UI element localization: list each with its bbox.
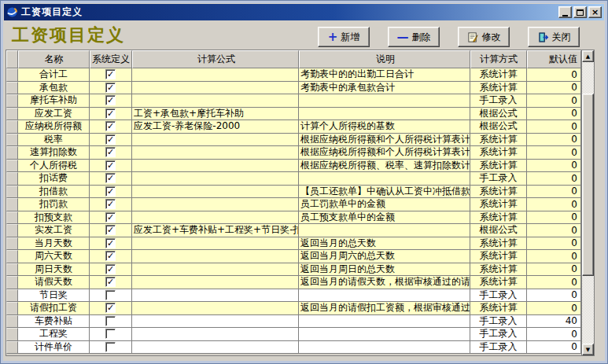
row-selector[interactable]	[6, 186, 18, 199]
table-row[interactable]: 扣借款✓【员工还款单】中确认从工资中冲抵借款系统计算0	[6, 186, 581, 199]
row-selector[interactable]	[6, 315, 18, 329]
checkbox-unchecked-icon[interactable]	[105, 316, 116, 326]
row-selector[interactable]	[6, 134, 18, 147]
table-row[interactable]: 工程奖手工录入0	[6, 328, 581, 341]
row-selector[interactable]	[6, 250, 18, 263]
table-row[interactable]: 扣罚款✓员工罚款单中的金额系统计算0	[6, 198, 581, 211]
row-selector[interactable]	[6, 108, 18, 121]
row-selector[interactable]	[6, 263, 18, 277]
minimize-button[interactable]	[558, 6, 572, 18]
description-cell: 员工罚款单中的金额	[299, 198, 470, 211]
row-selector[interactable]	[6, 211, 18, 225]
name-cell: 合计工	[18, 68, 90, 82]
row-selector[interactable]	[6, 237, 18, 251]
row-selector[interactable]	[6, 120, 18, 134]
formula-cell	[132, 276, 299, 289]
row-selector[interactable]	[6, 146, 18, 160]
method-cell: 根据公式	[470, 120, 527, 134]
modify-button[interactable]: 修改	[458, 27, 510, 47]
close-button[interactable]: ×	[588, 6, 602, 18]
checkbox-checked-icon[interactable]: ✓	[105, 303, 116, 313]
table-row[interactable]: 当月天数✓返回当月的总天数系统计算0	[6, 237, 581, 251]
checkbox-checked-icon[interactable]: ✓	[105, 69, 116, 79]
checkbox-unchecked-icon[interactable]	[105, 290, 116, 300]
table-row[interactable]: 实发工资✓应发工资+车费补贴+工程奖+节日奖-扣根据公式0	[6, 224, 581, 237]
system-defined-cell: ✓	[90, 134, 132, 147]
row-selector[interactable]	[6, 224, 18, 237]
row-selector[interactable]	[6, 82, 18, 95]
checkbox-checked-icon[interactable]: ✓	[105, 186, 116, 197]
checkbox-checked-icon[interactable]: ✓	[105, 95, 116, 105]
row-selector[interactable]	[6, 68, 18, 82]
column-header-formula[interactable]: 计算公式	[132, 50, 299, 68]
vertical-scrollbar[interactable]: ▲ ▼	[581, 50, 594, 355]
delete-button[interactable]: — 删除	[388, 27, 440, 47]
table-row[interactable]: 请假天数✓返回当月的请假天数，根据审核通过的请系统计算0	[6, 276, 581, 289]
table-row[interactable]: 周日天数✓返回当月周日的总天数系统计算0	[6, 263, 581, 277]
close-window-button[interactable]: 关闭	[528, 27, 580, 47]
default-value-cell: 0	[527, 172, 581, 186]
table-row[interactable]: 合计工✓考勤表中的的出勤工日合计系统计算0	[6, 68, 581, 82]
row-selector[interactable]	[6, 160, 18, 173]
checkbox-checked-icon[interactable]: ✓	[105, 83, 116, 93]
checkbox-checked-icon[interactable]: ✓	[105, 264, 116, 274]
default-value-cell: 0	[527, 250, 581, 263]
title-bar[interactable]: 工资项目定义 ×	[4, 4, 604, 20]
column-header-description[interactable]: 说明	[299, 50, 470, 68]
table-row[interactable]: 节日奖手工录入0	[6, 289, 581, 303]
table-row[interactable]: 车费补贴手工录入40	[6, 315, 581, 329]
checkbox-checked-icon[interactable]: ✓	[105, 277, 116, 287]
table-row[interactable]: 税率✓根据应纳税所得额和个人所得税计算表计系统计算0	[6, 134, 581, 147]
checkbox-unchecked-icon[interactable]	[105, 329, 116, 339]
name-cell: 扣预支款	[18, 211, 90, 225]
add-button[interactable]: + 新增	[318, 27, 370, 47]
column-header-default[interactable]: 默认值	[527, 50, 581, 68]
description-cell: 根据应纳税所得额、税率、速算扣除数计	[299, 160, 470, 173]
row-selector[interactable]	[6, 289, 18, 303]
maximize-button[interactable]	[573, 6, 587, 18]
row-selector[interactable]	[6, 198, 18, 211]
formula-cell	[132, 146, 299, 160]
table-row[interactable]: 扣预支款✓员工预支款单中的金额系统计算0	[6, 211, 581, 225]
method-cell: 系统计算	[470, 186, 527, 199]
table-row[interactable]: 个人所得税✓根据应纳税所得额、税率、速算扣除数计系统计算0	[6, 160, 581, 173]
description-cell	[299, 341, 470, 355]
row-selector[interactable]	[6, 341, 18, 355]
checkbox-checked-icon[interactable]: ✓	[105, 238, 116, 248]
column-header-method[interactable]: 计算方式	[470, 50, 527, 68]
table-row[interactable]: 周六天数✓返回当月周六的总天数系统计算0	[6, 250, 581, 263]
salary-items-table: 名称 系统定义 计算公式 说明 计算方式 默认值 合计工✓考勤表中的的出勤工日合…	[6, 50, 595, 356]
checkbox-unchecked-icon[interactable]	[105, 342, 116, 352]
checkbox-checked-icon[interactable]: ✓	[105, 212, 116, 222]
row-selector[interactable]	[6, 276, 18, 289]
checkbox-checked-icon[interactable]: ✓	[105, 251, 116, 261]
column-header-system-defined[interactable]: 系统定义	[90, 50, 132, 68]
checkbox-checked-icon[interactable]: ✓	[105, 134, 116, 145]
checkbox-checked-icon[interactable]: ✓	[105, 121, 116, 131]
table-row[interactable]: 扣话费✓手工录入0	[6, 172, 581, 186]
method-cell: 手工录入	[470, 315, 527, 329]
checkbox-checked-icon[interactable]: ✓	[105, 160, 116, 171]
row-selector[interactable]	[6, 328, 18, 341]
table-row[interactable]: 应纳税所得额✓应发工资-养老保险-2000计算个人所得税的基数根据公式0	[6, 120, 581, 134]
row-selector[interactable]	[6, 172, 18, 186]
table-row[interactable]: 速算扣除数✓根据应纳税所得额和个人所得税计算表计系统计算0	[6, 146, 581, 160]
page-title: 工资项目定义	[12, 24, 125, 47]
table-row[interactable]: 请假扣工资✓返回当月的请假扣工资额，根据审核通过系统计算0	[6, 302, 581, 315]
scroll-up-button[interactable]: ▲	[582, 50, 594, 62]
checkbox-checked-icon[interactable]: ✓	[105, 108, 116, 119]
table-row[interactable]: 承包款✓考勤表中的承包款合计系统计算0	[6, 82, 581, 95]
row-selector[interactable]	[6, 302, 18, 315]
checkbox-checked-icon[interactable]: ✓	[105, 199, 116, 209]
row-selector[interactable]	[6, 94, 18, 108]
column-header-name[interactable]: 名称	[18, 50, 90, 68]
checkbox-checked-icon[interactable]: ✓	[105, 147, 116, 157]
table-row[interactable]: 应发工资✓工资+承包款+摩托车补助根据公式0	[6, 108, 581, 121]
table-row[interactable]: 计件单价手工录入0	[6, 341, 581, 355]
scrollbar-thumb[interactable]	[582, 94, 594, 276]
checkbox-checked-icon[interactable]: ✓	[105, 225, 116, 235]
default-value-cell: 0	[527, 302, 581, 315]
table-row[interactable]: 摩托车补助✓手工录入0	[6, 94, 581, 108]
checkbox-checked-icon[interactable]: ✓	[105, 173, 116, 183]
scroll-down-button[interactable]: ▼	[582, 344, 594, 355]
